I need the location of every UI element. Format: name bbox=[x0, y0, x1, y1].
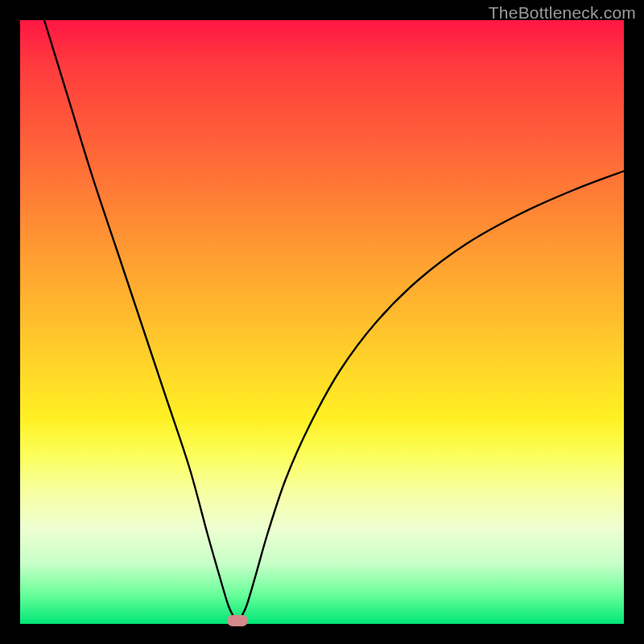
chart-frame: TheBottleneck.com bbox=[0, 0, 644, 644]
plot-area bbox=[20, 20, 624, 624]
optimum-marker bbox=[227, 615, 248, 626]
bottleneck-curve bbox=[20, 20, 624, 624]
